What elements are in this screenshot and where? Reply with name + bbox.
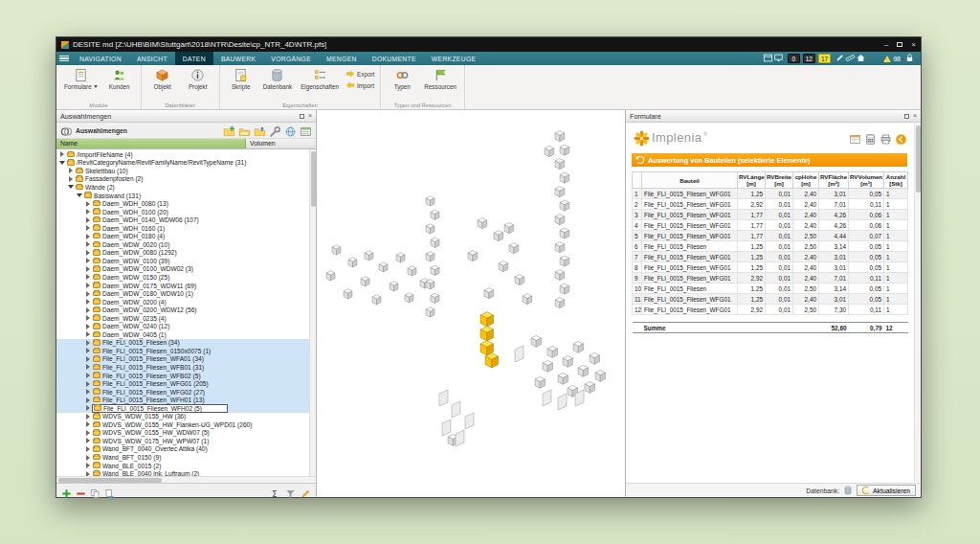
close-button[interactable]: ×	[911, 41, 916, 49]
tree-item[interactable]: Wand_BLE_0015 (2)	[56, 462, 309, 470]
tree-item[interactable]: Flie_FLI_0015_Fliesen_WFH01 (13)	[56, 396, 309, 404]
tree-item[interactable]: Daem_WDH_0100 (20)	[56, 208, 309, 216]
tree-item[interactable]: WDVS_WDW_0155_HW_WDW07 (5)	[56, 429, 309, 438]
expand-arrow-icon[interactable]	[84, 217, 92, 223]
tree-item[interactable]: Daem_WDH_0140_WDW06 (107)	[56, 215, 309, 224]
tree-item[interactable]: Flie_FLI_0015_Fliesen_WFG02 (27)	[56, 388, 309, 397]
ribbon-button-objekt[interactable]: Objekt	[147, 67, 178, 91]
expand-arrow-icon[interactable]	[84, 463, 92, 468]
panel-close-icon[interactable]: ×	[913, 113, 917, 119]
calculator-icon[interactable]	[864, 132, 877, 145]
table-row[interactable]: 5Flie_FLI_0015_Fliesen_WFG011,770,012,50…	[633, 231, 908, 241]
tab-navigation[interactable]: NAVIGATION	[72, 52, 129, 65]
expand-arrow-icon[interactable]	[84, 414, 92, 419]
tree-item[interactable]: Daem_WDW_0150 (25)	[56, 273, 309, 282]
tree-item[interactable]: Wand_BLE_0040 ink. Luftraum (2)	[56, 469, 309, 476]
tree-item[interactable]: Daem_WDW_0180_WDW10 (1)	[56, 289, 309, 298]
tree-hscrollbar[interactable]	[56, 476, 316, 483]
expand-arrow-icon[interactable]	[84, 274, 92, 280]
tab-werkzeuge[interactable]: WERKZEUGE	[424, 52, 484, 65]
tree-item[interactable]: Fassadenpfosten (2)	[56, 175, 309, 184]
viewport-3d[interactable]	[317, 110, 626, 497]
tree-item[interactable]: Daem_WDH_0080 (13)	[56, 199, 309, 208]
table-row[interactable]: 8Flie_FLI_0015_Fliesen_WFG011,250,012,40…	[633, 262, 908, 273]
expand-arrow-icon[interactable]	[67, 168, 75, 173]
tab-daten[interactable]: DATEN	[175, 52, 213, 65]
column-header-rvbreite[interactable]: RVBreite[m]	[766, 172, 793, 189]
expand-arrow-icon[interactable]	[84, 283, 92, 288]
table-row[interactable]: 7Flie_FLI_0015_Fliesen_WFG011,250,012,40…	[633, 252, 908, 262]
minimize-button[interactable]: –	[884, 41, 888, 49]
tree-item[interactable]: Basiswand (131)	[56, 192, 309, 200]
pencil-icon[interactable]	[835, 53, 845, 63]
forms-vscrollbar[interactable]	[914, 124, 921, 482]
sum-icon[interactable]: Σ	[270, 486, 280, 496]
tab-dokumente[interactable]: DOKUMENTE	[365, 52, 424, 65]
expand-arrow-icon[interactable]	[67, 176, 75, 182]
ribbon-button-projekt[interactable]: Projekt	[183, 67, 213, 91]
titlebar[interactable]: DESITE md [Z:\UHB\BIM\Stuttgart\2018\NTR…	[56, 37, 921, 52]
remove-icon[interactable]	[76, 486, 86, 496]
collapse-arrow-icon[interactable]	[76, 193, 83, 197]
table-row[interactable]: 10Flie_FLI_0015_Fliesen1,250,012,503,140…	[633, 283, 908, 294]
column-header-rvfläche[interactable]: RVFläche[m²]	[819, 172, 849, 189]
expand-arrow-icon[interactable]	[84, 315, 92, 321]
expand-arrow-icon[interactable]	[84, 299, 92, 305]
expand-arrow-icon[interactable]	[84, 234, 92, 239]
expand-arrow-icon[interactable]	[84, 201, 92, 207]
expand-arrow-icon[interactable]	[84, 356, 92, 362]
collapse-arrow-icon[interactable]	[58, 161, 66, 165]
ribbon-button-kunden[interactable]: Kunden	[104, 67, 135, 91]
tree-item[interactable]: Skelettbau (10)	[56, 167, 309, 175]
filter-icon[interactable]	[285, 486, 296, 496]
expand-arrow-icon[interactable]	[84, 389, 92, 395]
edit-icon[interactable]	[301, 486, 311, 496]
expand-arrow-icon[interactable]	[84, 438, 92, 443]
tree-item[interactable]: Wand_BFT_0150 (9)	[56, 453, 309, 462]
back-icon[interactable]	[895, 132, 907, 145]
tree-item[interactable]: Daem_WDH_0160 (1)	[56, 224, 309, 233]
home-icon[interactable]	[856, 53, 866, 63]
column-header-name[interactable]: Name	[56, 139, 246, 148]
tree-item[interactable]: Daem_WDW_0240 (12)	[56, 322, 309, 330]
status-badge-1[interactable]: 12	[803, 54, 815, 63]
menu-icon[interactable]	[56, 52, 72, 65]
column-header-anzahl[interactable]: Anzahl[Stk]	[884, 172, 908, 189]
table-row[interactable]: 9Flie_FLI_0015_Fliesen_WFG012,920,012,40…	[633, 273, 908, 283]
tree-item[interactable]: Flie_FLI_0015_Fliesen_WFB01 (31)	[56, 363, 309, 372]
expand-arrow-icon[interactable]	[84, 405, 92, 411]
ribbon-button-formulare[interactable]: Formulare	[62, 67, 100, 91]
tree-item[interactable]: Daem_WDW_0235 (4)	[56, 314, 309, 323]
tree-item[interactable]: Daem_WDW_0100 (39)	[56, 257, 309, 265]
column-header-rvlänge[interactable]: RVLänge[m]	[738, 172, 766, 189]
add-icon[interactable]	[61, 486, 72, 496]
tree-item[interactable]: Daem_WDW_0080 (1292)	[56, 249, 309, 258]
tree-vscrollbar[interactable]	[309, 149, 316, 476]
tree-item[interactable]: /RevitCategoryName/RevitFamilyName/Revit…	[56, 159, 309, 168]
ribbon-button-export[interactable]: Export	[345, 69, 374, 79]
tree-item[interactable]: /ImportFileName (4)	[56, 150, 309, 159]
expand-arrow-icon[interactable]	[84, 373, 92, 378]
expand-arrow-icon[interactable]	[84, 331, 92, 337]
form-sheet-icon[interactable]	[849, 132, 861, 145]
monitor-icon[interactable]	[773, 53, 784, 63]
tree-item[interactable]: WDVS_WDW_0175_HW_WPW07 (1)	[56, 437, 309, 445]
pin-icon[interactable]	[904, 114, 909, 119]
ribbon-button-skripte[interactable]: Skripte	[226, 67, 256, 91]
grid-icon[interactable]	[300, 125, 312, 137]
column-header-cphöhe[interactable]: cpHöhe[m]	[793, 172, 819, 189]
tree-item[interactable]: Flie_FLI_0015_Fliesen_WFG01 (205)	[56, 379, 309, 388]
expand-arrow-icon[interactable]	[84, 209, 92, 215]
open-folder-icon[interactable]	[238, 125, 251, 137]
new-folder-icon[interactable]	[223, 125, 235, 137]
status-badge-2[interactable]: 17	[818, 54, 831, 63]
maximize-button[interactable]	[897, 42, 902, 47]
tab-ansicht[interactable]: ANSICHT	[129, 52, 175, 65]
column-header-bauteil[interactable]: Bauteil	[642, 172, 738, 189]
expand-arrow-icon[interactable]	[84, 225, 92, 231]
table-row[interactable]: 4Flie_FLI_0015_Fliesen_WFG011,770,012,40…	[633, 220, 908, 231]
expand-arrow-icon[interactable]	[84, 307, 92, 313]
expand-arrow-icon[interactable]	[84, 446, 92, 452]
tree-item[interactable]: Flie_FLI_0015_Fliesen_WFA01 (34)	[56, 355, 309, 364]
expand-arrow-icon[interactable]	[84, 266, 92, 272]
